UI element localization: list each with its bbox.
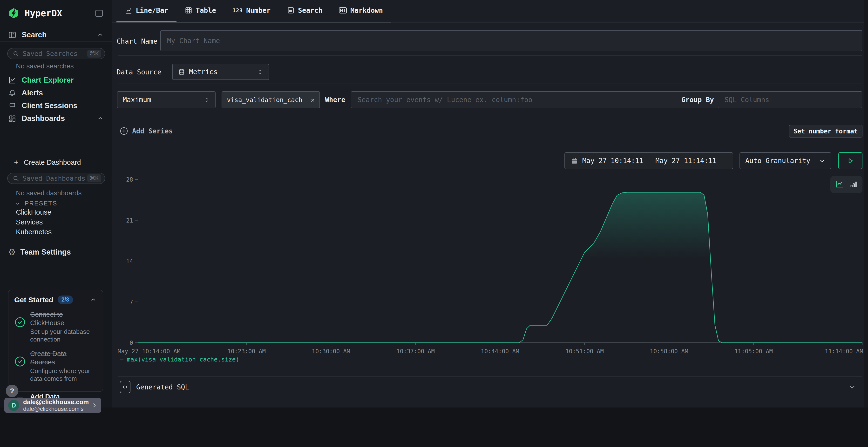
no-saved-searches-text: No saved searches <box>16 62 74 70</box>
dashboards-section-label: Dashboards <box>22 114 97 123</box>
run-query-button[interactable] <box>838 152 863 169</box>
chevron-up-icon[interactable] <box>97 31 104 38</box>
check-circle-icon <box>14 356 26 367</box>
svg-text:14: 14 <box>126 258 133 265</box>
svg-text:10:23:00 AM: 10:23:00 AM <box>227 348 266 355</box>
line-chart-icon <box>125 6 132 14</box>
svg-text:10:51:00 AM: 10:51:00 AM <box>565 348 604 355</box>
sidebar-section-search[interactable]: Search <box>0 29 112 41</box>
tab-search[interactable]: Search <box>279 0 331 22</box>
hyperdx-logo-icon <box>8 8 19 19</box>
number-123-icon: 123 <box>232 7 243 13</box>
get-started-title: Get Started <box>14 296 53 304</box>
granularity-value: Auto Granularity <box>745 157 810 165</box>
laptop-icon <box>8 102 17 110</box>
step-title: Connect to ClickHouse <box>30 310 91 327</box>
tab-label: Number <box>246 6 271 14</box>
preset-clickhouse[interactable]: ClickHouse <box>16 208 51 216</box>
page-bottom-strip <box>0 408 868 447</box>
granularity-select[interactable]: Auto Granularity <box>740 152 831 169</box>
chart-name-field[interactable] <box>160 30 862 51</box>
legend-line-swatch: — <box>120 356 123 363</box>
select-updown-icon <box>204 97 210 103</box>
timeseries-chart[interactable]: 07142128May 27 10:14:00 AM10:23:00 AM10:… <box>112 173 868 366</box>
sidebar-item-team-settings[interactable]: ⚙ Team Settings <box>0 246 112 259</box>
svg-text:21: 21 <box>126 217 133 224</box>
tab-line-bar[interactable]: Line/Bar <box>117 0 177 22</box>
preset-kubernetes[interactable]: Kubernetes <box>16 228 52 236</box>
tab-number[interactable]: 123 Number <box>224 0 279 22</box>
get-started-step-datasources[interactable]: Create Data Sources Configure where your… <box>14 349 97 382</box>
add-series-button[interactable]: Add Series <box>120 127 173 135</box>
group-by-input[interactable] <box>724 96 856 104</box>
chevron-down-icon <box>14 200 21 207</box>
tab-label: Table <box>196 6 216 14</box>
tab-markdown[interactable]: Markdown <box>331 0 391 22</box>
svg-text:28: 28 <box>126 176 133 183</box>
sidebar-item-chart-explorer[interactable]: Chart Explorer <box>0 74 112 87</box>
chart-name-input[interactable] <box>167 37 856 45</box>
step-desc: Set up your database connection <box>30 328 91 343</box>
calendar-icon <box>571 157 578 165</box>
search-section-icon <box>8 31 17 39</box>
help-button[interactable]: ? <box>6 385 18 397</box>
where-label: Where <box>325 96 345 104</box>
chevron-down-icon[interactable] <box>848 383 856 391</box>
sidebar-divider <box>0 41 112 42</box>
database-icon <box>178 68 185 76</box>
shortcut-badge: ⌘K <box>87 174 101 182</box>
svg-text:10:30:00 AM: 10:30:00 AM <box>312 348 350 355</box>
tab-table[interactable]: Table <box>177 0 224 22</box>
get-started-step-connect[interactable]: Connect to ClickHouse Set up your databa… <box>14 310 97 343</box>
metric-field-tag[interactable]: visa_validation_cach ✕ <box>222 91 320 108</box>
page-right-margin <box>864 0 868 447</box>
chevron-up-icon[interactable] <box>90 296 97 304</box>
group-by-field[interactable] <box>718 91 862 108</box>
date-range-picker[interactable]: May 27 10:14:11 - May 27 11:14:11 <box>564 152 733 169</box>
date-range-value: May 27 10:14:11 - May 27 11:14:11 <box>582 157 716 165</box>
legend-series-label: max(visa_validation_cache.size) <box>127 356 240 363</box>
svg-text:May 27 10:14:00 AM: May 27 10:14:00 AM <box>118 348 180 355</box>
get-started-progress-badge: 2/3 <box>58 296 73 304</box>
sidebar-section-dashboards[interactable]: Dashboards <box>0 112 112 125</box>
divider <box>118 56 862 56</box>
sidebar-collapse-icon[interactable] <box>94 9 104 18</box>
set-number-format-button[interactable]: Set number format <box>789 125 863 138</box>
generated-sql-row[interactable]: Generated SQL <box>112 377 864 397</box>
saved-dashboards-input[interactable]: Saved Dashboards ⌘K <box>7 173 105 184</box>
get-started-card: Get Started 2/3 Connect to ClickHouse Se… <box>8 290 103 392</box>
sidebar-item-label: Chart Explorer <box>22 76 73 84</box>
where-search-input[interactable] <box>358 96 735 104</box>
remove-metric-icon[interactable]: ✕ <box>311 96 315 104</box>
play-icon <box>846 157 855 165</box>
sidebar-item-label: Client Sessions <box>22 101 78 110</box>
markdown-icon <box>339 7 347 14</box>
create-dashboard-button[interactable]: + Create Dashboard <box>0 156 112 169</box>
divider <box>118 119 862 119</box>
no-saved-dashboards-text: No saved dashboards <box>16 189 82 197</box>
sidebar-item-alerts[interactable]: Alerts <box>0 87 112 99</box>
svg-text:7: 7 <box>130 299 133 306</box>
saved-searches-placeholder: Saved Searches <box>23 50 87 57</box>
presets-toggle[interactable]: PRESETS <box>14 200 57 207</box>
svg-text:10:44:00 AM: 10:44:00 AM <box>481 348 519 355</box>
add-series-label: Add Series <box>132 127 173 135</box>
svg-text:10:37:00 AM: 10:37:00 AM <box>396 348 435 355</box>
search-list-icon <box>287 6 294 14</box>
code-icon <box>120 381 130 393</box>
search-icon <box>12 50 19 57</box>
hyperdx-app: HyperDX Search Saved Searches ⌘K No save… <box>0 0 868 447</box>
chevron-up-icon[interactable] <box>97 115 104 122</box>
aggregation-select[interactable]: Maximum <box>117 91 216 108</box>
sidebar-item-client-sessions[interactable]: Client Sessions <box>0 100 112 112</box>
data-source-label: Data Source <box>117 68 161 76</box>
preset-services[interactable]: Services <box>16 218 43 226</box>
aggregation-value: Maximum <box>123 96 151 104</box>
svg-text:11:14:00 AM: 11:14:00 AM <box>825 348 863 355</box>
data-source-select[interactable]: Metrics <box>172 64 269 80</box>
saved-searches-input[interactable]: Saved Searches ⌘K <box>7 48 105 59</box>
user-account-card[interactable]: D dale@clickhouse.com dale@clickhouse.co… <box>4 398 101 413</box>
set-number-format-label: Set number format <box>794 128 858 135</box>
circle-plus-icon <box>120 127 128 135</box>
logo-row: HyperDX <box>0 5 112 21</box>
